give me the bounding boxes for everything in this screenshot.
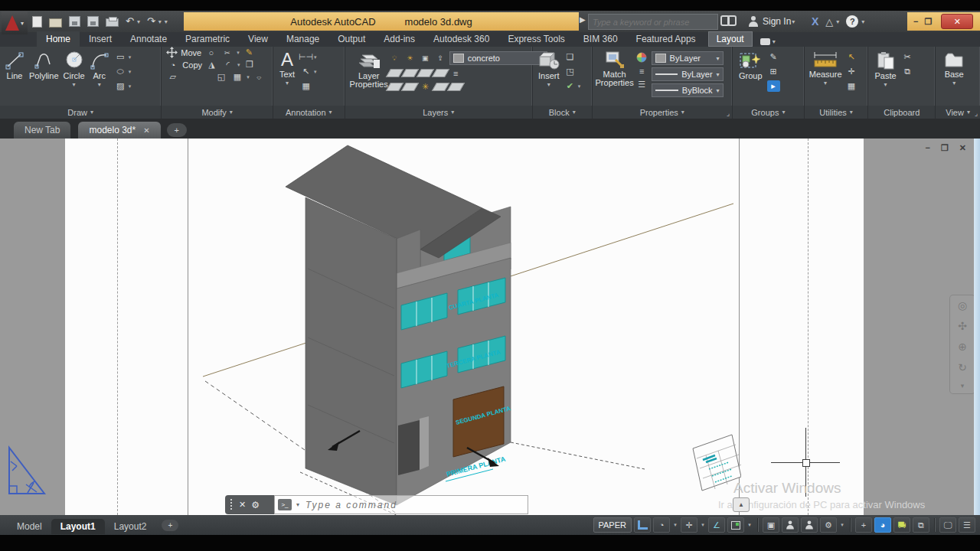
tab-manage[interactable]: Manage <box>277 31 328 47</box>
isolate-objects-icon[interactable]: ⛟ <box>893 517 910 533</box>
rectangle-icon[interactable]: ▭ <box>114 51 127 63</box>
dimension-icon[interactable]: ⊢⊣ <box>299 51 312 63</box>
panel-label-groups[interactable]: Groups▾ <box>733 106 804 119</box>
group-button[interactable]: Group <box>739 47 763 80</box>
open-file-icon[interactable] <box>49 18 62 28</box>
circle-button[interactable]: Circle ▾ <box>64 47 85 87</box>
group-edit-icon[interactable]: ⊞ <box>767 66 780 77</box>
command-wrench-icon[interactable]: ⚙ <box>251 500 260 510</box>
command-close-icon[interactable]: ✕ <box>239 500 246 510</box>
copy-icon[interactable]: ◔ <box>166 59 179 70</box>
match-properties-button[interactable]: Match Properties <box>597 47 632 87</box>
navbar-more-icon[interactable]: ▾ <box>961 382 965 390</box>
create-block-icon[interactable]: ❏ <box>564 51 577 63</box>
steering-wheel-icon[interactable]: ◎ <box>958 299 967 311</box>
mirror-icon[interactable]: ◮ <box>205 59 218 70</box>
redo-dropdown-icon[interactable]: ▾ <box>158 18 162 25</box>
drag-handle-icon[interactable] <box>230 498 234 511</box>
linetype-combo[interactable]: ByBlock▾ <box>652 83 724 97</box>
layer-states-icon[interactable]: ≡ <box>449 67 462 79</box>
navigation-bar[interactable]: ◎ ✣ ⊕ ↻ ▾ <box>949 295 975 394</box>
vertical-scrollbar[interactable] <box>974 139 980 515</box>
tab-autodesk360[interactable]: Autodesk 360 <box>424 31 498 47</box>
offset-icon[interactable]: ⌔ <box>253 71 266 83</box>
tab-parametric[interactable]: Parametric <box>176 31 239 47</box>
fillet-pencil-icon[interactable]: ✎ <box>243 47 256 58</box>
command-input-field[interactable]: >_ ▾ <box>274 495 528 514</box>
measure-button[interactable]: Measure ▾ <box>809 47 842 86</box>
command-line[interactable]: ✕ ⚙ >_ ▾ <box>225 495 528 514</box>
stretch-icon[interactable]: ▱ <box>166 71 179 83</box>
block-attributes-icon[interactable]: ✔ <box>564 80 577 92</box>
help-search-box[interactable] <box>588 14 718 30</box>
minimize-button[interactable]: − <box>913 17 918 26</box>
paste-button[interactable]: Paste ▾ <box>874 47 896 87</box>
layer-delete-icon[interactable] <box>449 81 462 93</box>
lineweight-combo[interactable]: ByLayer▾ <box>652 67 724 81</box>
layer-freeze-icon[interactable] <box>388 81 401 93</box>
panel-label-annotation[interactable]: Annotation▾ <box>273 106 345 119</box>
polyline-button[interactable]: Polyline <box>29 47 59 80</box>
ungroup-icon[interactable]: ✎ <box>767 51 780 63</box>
arc-button[interactable]: Arc ▾ <box>90 47 109 87</box>
line-button[interactable]: Line <box>5 47 24 80</box>
autodesk360-icon[interactable]: △ <box>825 16 833 28</box>
ellipse-icon[interactable]: ⬭ <box>114 66 127 77</box>
tab-model[interactable]: Model <box>8 519 51 534</box>
annotation-scale-icon[interactable]: ▣ <box>763 517 779 533</box>
panel-dialog-launcher-icon[interactable]: ⌟ <box>727 109 730 117</box>
help-dropdown-icon[interactable]: ▾ <box>861 18 864 25</box>
save-as-icon[interactable] <box>87 16 99 27</box>
quick-calc-icon[interactable]: ▦ <box>845 80 858 92</box>
quick-properties-icon[interactable]: + <box>855 517 872 533</box>
workspace-gear-icon[interactable]: ⚙ <box>820 517 837 533</box>
base-button[interactable]: Base ▾ <box>943 47 965 86</box>
panel-dialog-launcher-icon[interactable]: ⌟ <box>975 109 978 117</box>
restore-button[interactable]: ❐ <box>924 17 932 27</box>
save-icon[interactable] <box>69 16 80 27</box>
layer-make-current-icon[interactable] <box>388 67 401 79</box>
tab-layout2[interactable]: Layout2 <box>105 519 156 534</box>
layer-lock-icon[interactable] <box>434 67 447 79</box>
infocenter-toggle-icon[interactable]: ▶ <box>580 15 586 24</box>
move-button[interactable]: Move <box>181 48 201 57</box>
tab-output[interactable]: Output <box>328 31 374 47</box>
copy-button[interactable]: Copy <box>182 60 202 70</box>
id-point-icon[interactable]: ✛ <box>845 66 858 77</box>
tab-layout1[interactable]: Layout1 <box>51 519 105 534</box>
layer-off-icon[interactable] <box>403 81 416 93</box>
grid-display-icon[interactable]: ◔ <box>653 517 670 533</box>
vp-minimize-icon[interactable]: − <box>925 143 929 153</box>
drawing-area[interactable]: CUARTA PLANTA TERCERA PLANTA SEGUNDA PLA… <box>0 139 980 515</box>
panel-label-layers[interactable]: Layers▾ <box>345 106 532 119</box>
new-file-icon[interactable] <box>32 16 42 28</box>
clean-screen-icon[interactable]: 🖵 <box>939 517 956 533</box>
object-grouping-icon[interactable]: ⧉ <box>913 517 929 533</box>
layer-isolate-icon[interactable]: ▣ <box>419 53 432 64</box>
text-button[interactable]: A Text ▾ <box>279 47 295 86</box>
plot-icon[interactable] <box>106 18 119 27</box>
quick-select-icon[interactable]: ↖ <box>845 51 858 63</box>
explode-icon[interactable]: ❒ <box>243 59 256 70</box>
scroll-up-button[interactable]: ▲ <box>733 497 750 512</box>
close-button[interactable]: ✕ <box>941 14 973 29</box>
lineweight-icon[interactable]: ≡ <box>635 65 648 77</box>
autoscale-icon[interactable] <box>801 517 818 533</box>
undo-dropdown-icon[interactable]: ▾ <box>137 18 140 25</box>
tab-insert[interactable]: Insert <box>80 31 121 47</box>
customization-menu-icon[interactable]: ☰ <box>959 517 975 533</box>
cut-icon[interactable]: ✂ <box>901 51 914 63</box>
layer-thaw-icon[interactable]: ☀ <box>403 53 416 64</box>
file-tab-document[interactable]: modelo 3d* ✕ <box>78 122 160 139</box>
tab-addins[interactable]: Add-ins <box>374 31 424 47</box>
tab-annotate[interactable]: Annotate <box>121 31 176 47</box>
insert-button[interactable]: Insert ▾ <box>537 47 560 87</box>
panel-label-properties[interactable]: Properties▾⌟ <box>593 106 732 119</box>
fillet-icon[interactable]: ◜ <box>221 59 234 70</box>
ribbon-minimize-button[interactable]: ▾ <box>760 38 783 45</box>
command-input[interactable] <box>304 499 528 511</box>
panel-label-view[interactable]: View▾⌟ <box>936 106 980 119</box>
vp-close-icon[interactable]: ✕ <box>959 143 966 153</box>
vp-restore-icon[interactable]: ❐ <box>941 143 949 153</box>
zoom-icon[interactable]: ⊕ <box>958 341 967 353</box>
